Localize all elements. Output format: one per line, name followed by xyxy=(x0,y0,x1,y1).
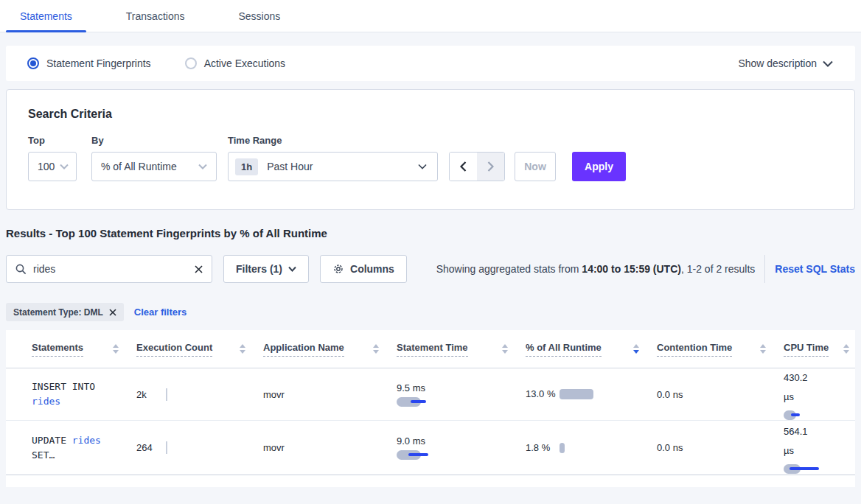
pct-runtime-value: 13.0 % xyxy=(526,385,558,404)
application-name-cell: movr xyxy=(263,442,397,453)
filters-label: Filters (1) xyxy=(236,263,282,275)
filter-chip-row: Statement Type: DML Clear filters xyxy=(6,303,855,321)
chevron-down-icon xyxy=(198,164,207,169)
table-row[interactable]: INSERT INTO rides 2k movr 9.5 ms 13.0 % … xyxy=(6,368,855,421)
filters-button[interactable]: Filters (1) xyxy=(223,255,309,283)
col-header-statements[interactable]: Statements xyxy=(32,342,136,357)
by-select[interactable]: % of All Runtime xyxy=(91,152,217,181)
chevron-left-icon xyxy=(460,161,467,172)
statement-link[interactable]: UPDATE rides SET… xyxy=(32,433,136,463)
statement-time-cell: 9.5 ms xyxy=(397,382,526,407)
cpu-time-value: 430.2 µs xyxy=(784,368,819,407)
time-range-badge: 1h xyxy=(235,158,258,175)
execution-count-bar xyxy=(166,441,167,454)
top-field: Top 100 xyxy=(28,135,91,181)
execution-count-value: 264 xyxy=(136,442,166,453)
statement-link[interactable]: INSERT INTO rides xyxy=(32,379,136,409)
page-tabs: Statements Transactions Sessions xyxy=(0,0,861,32)
col-header-execution-count[interactable]: Execution Count xyxy=(136,342,263,357)
radio-active-executions[interactable]: Active Executions xyxy=(185,57,286,69)
top-select[interactable]: 100 xyxy=(28,152,77,181)
show-description-label: Show description xyxy=(738,57,817,69)
pct-runtime-value: 1.8 % xyxy=(526,438,558,458)
statement-time-value: 9.5 ms xyxy=(397,382,526,393)
statement-text: INSERT INTO xyxy=(32,381,95,392)
application-name-cell: movr xyxy=(263,389,397,400)
statement-text: SET… xyxy=(32,449,55,461)
sort-icon[interactable] xyxy=(502,344,508,354)
stats-suffix: , 1-2 of 2 results xyxy=(681,263,755,275)
search-criteria-title: Search Criteria xyxy=(28,108,854,121)
statement-table-name[interactable]: rides xyxy=(32,396,60,407)
pct-runtime-bar xyxy=(560,443,565,453)
remove-filter-icon[interactable] xyxy=(109,309,116,316)
statement-time-cell: 9.0 ms xyxy=(397,435,526,460)
statement-time-bar xyxy=(397,450,448,460)
sort-icon[interactable] xyxy=(113,344,119,354)
cpu-time-bar xyxy=(784,410,835,420)
sort-icon[interactable] xyxy=(373,344,379,354)
time-range-prev-button[interactable] xyxy=(450,153,477,181)
chevron-down-icon xyxy=(823,60,833,67)
col-header-cpu-time[interactable]: CPU Time xyxy=(784,342,855,357)
pct-runtime-cell: 1.8 % xyxy=(526,438,657,458)
clear-search-icon[interactable] xyxy=(195,265,203,273)
col-header-statement-time[interactable]: Statement Time xyxy=(397,342,526,357)
gear-icon xyxy=(332,263,344,275)
tab-statements[interactable]: Statements xyxy=(20,10,72,22)
execution-count-cell: 264 xyxy=(136,441,263,454)
col-header-pct-runtime[interactable]: % of All Runtime xyxy=(526,342,657,357)
search-icon xyxy=(15,264,27,275)
tab-transactions[interactable]: Transactions xyxy=(126,10,185,22)
time-range-field: Time Range 1h Past Hour xyxy=(228,135,449,181)
cpu-time-bar xyxy=(784,464,835,474)
by-label: By xyxy=(91,135,228,146)
contention-time-cell: 0.0 ns xyxy=(657,442,784,453)
sort-icon[interactable] xyxy=(760,344,766,354)
time-range-select[interactable]: 1h Past Hour xyxy=(228,152,438,181)
radio-statement-fingerprints[interactable]: Statement Fingerprints xyxy=(27,57,151,69)
columns-label: Columns xyxy=(350,263,394,275)
col-header-contention-time[interactable]: Contention Time xyxy=(657,342,784,357)
sort-icon-active-desc[interactable] xyxy=(633,344,639,354)
statement-text: UPDATE xyxy=(32,435,66,446)
execution-count-value: 2k xyxy=(136,389,166,400)
execution-count-bar xyxy=(166,388,167,401)
now-button[interactable]: Now xyxy=(515,152,556,181)
chevron-right-icon xyxy=(487,161,494,172)
search-input[interactable] xyxy=(33,263,195,275)
by-select-value: % of All Runtime xyxy=(101,161,177,172)
clear-filters-link[interactable]: Clear filters xyxy=(134,307,187,318)
radio-unselected-icon[interactable] xyxy=(185,57,197,69)
statements-table: Statements Execution Count Application N… xyxy=(6,330,855,487)
col-header-application-name[interactable]: Application Name xyxy=(263,342,397,357)
radio-selected-icon[interactable] xyxy=(27,57,39,69)
execution-count-cell: 2k xyxy=(136,388,263,401)
tab-sessions[interactable]: Sessions xyxy=(238,10,280,22)
results-heading: Results - Top 100 Statement Fingerprints… xyxy=(6,227,855,239)
top-select-value: 100 xyxy=(38,161,55,172)
reset-sql-stats-link[interactable]: Reset SQL Stats xyxy=(775,263,855,275)
time-range-pager xyxy=(449,152,505,181)
sort-icon[interactable] xyxy=(843,344,849,354)
columns-button[interactable]: Columns xyxy=(320,255,407,283)
time-range-value: Past Hour xyxy=(267,161,313,172)
top-label: Top xyxy=(28,135,91,146)
time-range-next-button[interactable] xyxy=(477,153,504,181)
view-mode-panel: Statement Fingerprints Active Executions… xyxy=(6,46,855,81)
toolbar-divider xyxy=(764,255,765,283)
active-tab-underline xyxy=(6,30,86,32)
show-description-toggle[interactable]: Show description xyxy=(738,57,833,69)
table-row[interactable]: UPDATE rides SET… 264 movr 9.0 ms 1.8 % … xyxy=(6,421,855,475)
cpu-time-value: 564.1 µs xyxy=(784,422,819,461)
apply-button[interactable]: Apply xyxy=(572,152,626,181)
aggregated-stats-note: Showing aggregated stats from 14:00 to 1… xyxy=(436,263,756,275)
sort-icon[interactable] xyxy=(240,344,245,354)
search-criteria-form: Top 100 By % of All Runtime Time Range 1… xyxy=(28,135,854,181)
search-criteria-card: Search Criteria Top 100 By % of All Runt… xyxy=(6,89,855,210)
statement-search-box[interactable] xyxy=(6,255,212,283)
filter-chip-statement-type[interactable]: Statement Type: DML xyxy=(6,303,124,321)
statement-table-name[interactable]: rides xyxy=(72,435,101,446)
time-range-label: Time Range xyxy=(228,135,449,146)
by-field: By % of All Runtime xyxy=(91,135,228,181)
